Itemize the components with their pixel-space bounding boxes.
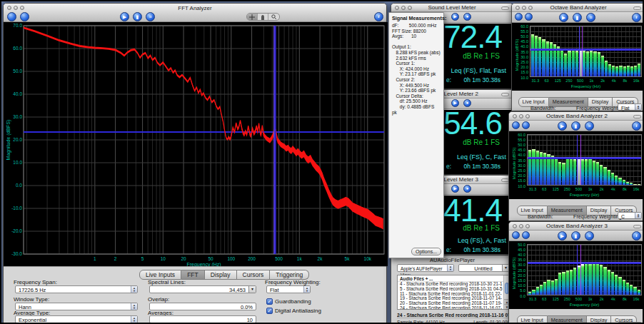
- file-list-item[interactable]: 11 - Stachura Scribe Red recording 2018-…: [398, 292, 509, 297]
- spectral-lines-field[interactable]: 34,453▾: [149, 285, 256, 293]
- clear-button[interactable]: ≡: [146, 12, 155, 21]
- store-button[interactable]: ▮: [571, 121, 580, 131]
- store-button[interactable]: ▮: [133, 12, 142, 21]
- record-button[interactable]: ●: [463, 185, 471, 193]
- octave-band-chart[interactable]: Magnitude (dBFS)60.055.050.045.040.035.0…: [509, 131, 644, 199]
- guardbanding-checkbox[interactable]: ✓: [266, 298, 273, 305]
- view-select[interactable]: Apple's AUFilePlayer View▲▼: [397, 264, 454, 272]
- horizontal-cursor-line[interactable]: [528, 158, 641, 159]
- tab-triggering[interactable]: Triggering: [270, 270, 309, 280]
- output-source-button[interactable]: [525, 13, 533, 21]
- output-source-button[interactable]: [20, 12, 29, 21]
- options-button[interactable]: Options...: [411, 248, 441, 255]
- vertical-cursor-line[interactable]: [582, 26, 583, 76]
- run-button[interactable]: ▶: [558, 121, 567, 131]
- horizontal-cursor-line[interactable]: [528, 263, 641, 264]
- tab-cursors[interactable]: Cursors: [237, 270, 271, 280]
- file-list-item[interactable]: 19 - Stachura Scribe Red recording 2018-…: [398, 296, 509, 301]
- toolbar-toggle-button[interactable]: [633, 115, 641, 118]
- output-source-button[interactable]: [522, 231, 530, 239]
- minimize-icon[interactable]: [401, 6, 406, 10]
- toolbar-toggle-button[interactable]: [633, 6, 641, 10]
- info-button[interactable]: i: [632, 121, 641, 131]
- zoom-icon[interactable]: [408, 6, 412, 10]
- close-icon[interactable]: [7, 6, 11, 10]
- file-list-item[interactable]: 5 - Stachura Scribe Red recording 2018-1…: [398, 287, 509, 292]
- close-icon[interactable]: [395, 6, 399, 10]
- run-button[interactable]: ▶: [451, 99, 459, 107]
- crosshair-tool-icon[interactable]: [247, 14, 258, 20]
- window-controls[interactable]: [513, 224, 530, 228]
- tab-live-inputs[interactable]: Live Inputs: [139, 270, 181, 280]
- close-icon[interactable]: [513, 114, 517, 118]
- file-list-item[interactable]: 20 - Stachura Scribe Red recording 2018-…: [398, 301, 509, 306]
- average-type-select[interactable]: Exponential▲▼: [15, 315, 138, 323]
- vertical-cursor-line[interactable]: [577, 135, 578, 185]
- vertical-cursor-line[interactable]: [579, 26, 580, 76]
- zoom-icon[interactable]: [525, 224, 530, 228]
- clear-button[interactable]: ≡: [585, 231, 594, 241]
- minimize-icon[interactable]: [519, 224, 523, 228]
- run-button[interactable]: ▶: [559, 13, 568, 22]
- file-list-item[interactable]: 24 - Stachura Scribe Red recording 2018-…: [398, 306, 509, 310]
- record-button[interactable]: ●: [463, 13, 471, 21]
- tab-display[interactable]: Display: [587, 315, 612, 324]
- minimize-icon[interactable]: [519, 114, 523, 118]
- store-button[interactable]: ▮: [571, 231, 580, 241]
- vertical-cursor-line[interactable]: [580, 245, 581, 295]
- record-button[interactable]: ●: [463, 99, 471, 107]
- fft-plot[interactable]: 1251020501002005001k2k5k10k70.060.050.04…: [4, 22, 388, 266]
- clear-button[interactable]: ≡: [586, 13, 595, 22]
- frequency-span-select[interactable]: 17226.5 Hz▲▼: [15, 285, 138, 293]
- dropdown-icon[interactable]: ▾: [248, 286, 256, 293]
- tab-fft[interactable]: FFT: [181, 270, 205, 280]
- cursor-tool-segmented-control[interactable]: [246, 13, 280, 21]
- toolbar-toggle-button[interactable]: [633, 225, 641, 228]
- zoom-icon[interactable]: [528, 6, 533, 10]
- antialiasing-checkbox[interactable]: ✓: [266, 308, 273, 314]
- vertical-cursor-line[interactable]: [580, 135, 581, 185]
- tab-measurement[interactable]: Measurement: [548, 315, 587, 324]
- zoom-icon[interactable]: [20, 6, 24, 10]
- preset-select[interactable]: Untitled▾: [458, 264, 510, 272]
- hand-tool-icon[interactable]: [258, 14, 268, 20]
- close-icon[interactable]: [515, 6, 520, 10]
- toolbar-toggle-button[interactable]: [501, 6, 509, 10]
- input-source-button[interactable]: [515, 13, 523, 21]
- zoom-icon[interactable]: [525, 114, 530, 118]
- window-controls[interactable]: [513, 114, 530, 118]
- run-button[interactable]: ▶: [451, 185, 459, 193]
- run-button[interactable]: ▶: [558, 231, 567, 241]
- frequency-weighting-select[interactable]: Flat▲▼: [266, 285, 311, 293]
- input-source-button[interactable]: [512, 121, 520, 129]
- window-controls[interactable]: [515, 6, 533, 10]
- info-button[interactable]: i: [374, 12, 383, 21]
- info-button[interactable]: i: [632, 231, 641, 241]
- audio-file-list[interactable]: Audio Files + ... 4 - Stachura Scribe Re…: [397, 275, 510, 310]
- tab-display[interactable]: Display: [205, 270, 237, 280]
- input-source-button[interactable]: [512, 231, 520, 239]
- zoom-tool-icon[interactable]: [268, 14, 279, 20]
- info-button[interactable]: i: [632, 13, 641, 22]
- frequency-weighting-select[interactable]: C▲▼: [618, 212, 642, 219]
- input-source-button[interactable]: [7, 12, 16, 21]
- tab-live-input[interactable]: Live Input: [517, 315, 548, 324]
- minimize-icon[interactable]: [14, 6, 18, 10]
- frequency-weighting-select[interactable]: Flat▲▼: [618, 103, 642, 111]
- run-button[interactable]: ▶: [451, 13, 459, 21]
- minimize-icon[interactable]: [522, 6, 526, 10]
- vertical-cursor-line[interactable]: [577, 245, 578, 295]
- close-icon[interactable]: [513, 224, 517, 228]
- store-button[interactable]: ▮: [573, 13, 582, 22]
- toolbar-toggle-button[interactable]: [501, 93, 509, 96]
- run-button[interactable]: ▶: [120, 12, 129, 21]
- output-source-button[interactable]: [522, 121, 530, 129]
- window-controls[interactable]: [395, 6, 412, 10]
- clear-button[interactable]: ≡: [585, 121, 594, 131]
- averages-field[interactable]: 10: [149, 315, 256, 323]
- file-list-item[interactable]: 4 - Stachura Scribe Red recording 2018-1…: [398, 282, 509, 287]
- tab-cursors[interactable]: Cursors: [611, 315, 637, 324]
- horizontal-cursor-line[interactable]: [530, 49, 641, 51]
- octave-band-chart[interactable]: Magnitude (dBFS)50.045.040.035.030.025.0…: [509, 241, 644, 309]
- octave-band-chart[interactable]: Magnitude (dBFS)60.055.050.045.040.035.0…: [512, 23, 644, 91]
